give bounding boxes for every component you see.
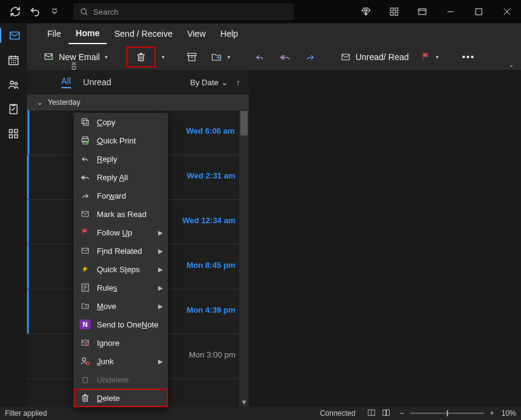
search-box[interactable]: Search xyxy=(74,3,294,20)
list-tab-unread[interactable]: Unread xyxy=(83,77,112,87)
close-button[interactable] xyxy=(493,0,521,23)
tab-file[interactable]: File xyxy=(40,23,69,44)
qr-icon[interactable] xyxy=(380,0,408,23)
ctx-label: Quick Print xyxy=(97,136,136,145)
svg-rect-26 xyxy=(82,212,89,216)
sort-direction-icon[interactable]: ↑ xyxy=(237,78,241,87)
delete-ribbon-button[interactable] xyxy=(126,47,156,67)
svg-rect-4 xyxy=(395,12,398,15)
group-header-yesterday[interactable]: ⌄ Yesterday xyxy=(27,95,249,110)
scroll-thumb[interactable] xyxy=(240,111,248,136)
tab-send-receive[interactable]: Send / Receive xyxy=(107,23,180,44)
sync-icon[interactable] xyxy=(6,2,25,21)
submenu-arrow-icon: ▶ xyxy=(158,229,163,236)
more-commands-button[interactable]: ••• xyxy=(457,48,480,66)
unread-read-label: Unread/ Read xyxy=(356,52,409,62)
ctx-label: Mark as Read xyxy=(97,210,146,219)
move-button[interactable]: ▾ xyxy=(205,48,235,66)
svg-rect-27 xyxy=(82,248,89,253)
apps-nav-icon[interactable] xyxy=(6,126,21,141)
status-connected: Connected xyxy=(320,409,356,418)
unread-read-button[interactable]: Unread/ Read xyxy=(335,48,414,66)
svg-rect-22 xyxy=(83,137,88,139)
submenu-arrow-icon: ▶ xyxy=(158,284,163,291)
ctx-quick-steps[interactable]: Quick Steps▶ xyxy=(74,260,168,278)
zoom-level: 10% xyxy=(501,409,516,418)
flag-button[interactable]: ▾ xyxy=(416,48,444,66)
sort-button[interactable]: By Date xyxy=(190,78,218,87)
svg-point-31 xyxy=(82,358,85,361)
ctx-delete[interactable]: Delete xyxy=(74,389,168,407)
ctx-reply[interactable]: Reply xyxy=(74,150,168,168)
unread-indicator xyxy=(28,110,29,155)
reply-all-ribbon-button[interactable] xyxy=(273,48,297,66)
svg-rect-18 xyxy=(189,56,196,61)
svg-point-32 xyxy=(86,362,89,365)
minimize-button[interactable] xyxy=(436,0,465,23)
forward-ribbon-button[interactable] xyxy=(299,48,321,66)
svg-rect-29 xyxy=(82,340,89,345)
mail-nav-icon[interactable] xyxy=(0,28,28,43)
ctx-label: Quick Steps xyxy=(97,265,140,274)
ignore-icon xyxy=(80,337,91,348)
scrollbar[interactable]: ▴ ▾ xyxy=(239,110,249,407)
tasks-nav-icon[interactable] xyxy=(6,102,21,116)
ctx-label: Follow Up xyxy=(97,228,132,237)
svg-rect-24 xyxy=(83,141,88,144)
ctx-label: Delete xyxy=(97,394,120,403)
ribbon-collapse-chevron[interactable]: ⌄ xyxy=(509,61,514,68)
ctx-copy[interactable]: Copy xyxy=(74,113,168,131)
ctx-follow-up[interactable]: Follow Up▶ xyxy=(74,223,168,242)
reply-icon xyxy=(80,153,91,164)
svg-rect-19 xyxy=(342,54,349,59)
message-time: Mon 3:00 pm xyxy=(189,350,235,359)
flag-icon xyxy=(421,52,431,62)
rules-icon xyxy=(80,282,91,293)
customize-qat-icon[interactable] xyxy=(45,2,64,21)
ctx-move[interactable]: Move▶ xyxy=(74,297,168,315)
ctx-label: Ignore xyxy=(97,338,120,348)
message-time: Mon 4:39 pm xyxy=(187,305,235,315)
ctx-find-related[interactable]: Find Related▶ xyxy=(74,242,168,260)
tab-help[interactable]: Help xyxy=(213,23,246,44)
diamond-icon[interactable] xyxy=(352,0,380,23)
ctx-rules[interactable]: Rules▶ xyxy=(74,278,168,297)
zoom-in-button[interactable]: + xyxy=(490,409,494,418)
archive-button[interactable] xyxy=(181,48,203,66)
chevron-down-icon: ▾ xyxy=(105,54,108,60)
delete-dropdown[interactable]: ▾ xyxy=(158,48,167,66)
ctx-mark-read[interactable]: Mark as Read xyxy=(74,205,168,223)
view-reading-icon[interactable] xyxy=(381,408,391,419)
ctx-ignore[interactable]: Ignore xyxy=(74,334,168,352)
svg-point-25 xyxy=(86,142,89,144)
reply-ribbon-button[interactable] xyxy=(249,48,271,66)
calendar-nav-icon[interactable] xyxy=(6,53,21,67)
quick-print-icon xyxy=(80,135,91,146)
tab-home[interactable]: Home xyxy=(69,23,107,44)
svg-rect-13 xyxy=(15,129,18,132)
svg-rect-1 xyxy=(390,8,394,11)
zoom-out-button[interactable]: − xyxy=(400,409,404,418)
window-layout-icon[interactable] xyxy=(408,0,436,23)
people-nav-icon[interactable] xyxy=(6,77,21,92)
view-normal-icon[interactable] xyxy=(367,408,376,419)
follow-up-icon xyxy=(80,227,91,238)
list-tab-all[interactable]: All xyxy=(61,76,71,88)
zoom-slider[interactable] xyxy=(410,413,484,414)
tab-view[interactable]: View xyxy=(180,23,213,44)
message-time: Wed 12:34 am xyxy=(183,216,235,225)
ctx-label: Forward xyxy=(97,191,126,200)
search-placeholder: Search xyxy=(93,7,118,17)
maximize-button[interactable] xyxy=(465,0,493,23)
message-time: Wed 6:06 am xyxy=(186,126,235,136)
ctx-onenote[interactable]: NSend to OneNote xyxy=(74,315,168,334)
undo-icon[interactable] xyxy=(26,2,44,21)
ctx-quick-print[interactable]: Quick Print xyxy=(74,131,168,150)
scroll-down-icon[interactable]: ▾ xyxy=(239,397,249,407)
ctx-reply-all[interactable]: Reply All xyxy=(74,168,168,186)
ctx-forward[interactable]: Forward xyxy=(74,186,168,205)
new-email-label: New Email xyxy=(59,52,100,62)
ctx-junk[interactable]: Junk▶ xyxy=(74,352,168,370)
quick-steps-icon xyxy=(80,264,91,275)
svg-rect-15 xyxy=(15,135,18,138)
